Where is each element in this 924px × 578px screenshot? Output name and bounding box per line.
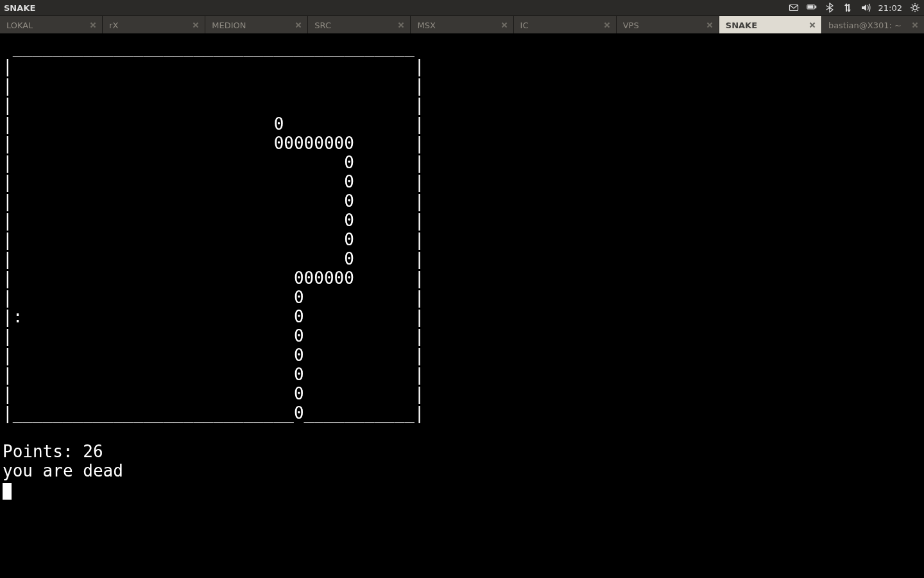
bluetooth-icon[interactable] (825, 3, 835, 13)
tab-label: LOKAL (6, 21, 33, 30)
tab-label: MSX (417, 21, 435, 30)
cursor (3, 483, 12, 500)
terminal-line: | 0 | (3, 288, 921, 307)
close-icon[interactable] (603, 21, 611, 29)
terminal-line: | 0 | (3, 114, 921, 134)
terminal-line: | 0 | (3, 249, 921, 268)
tab-label: VPS (623, 21, 639, 30)
close-icon[interactable] (192, 21, 200, 29)
terminal-line: | 0 | (3, 384, 921, 403)
terminal-tab-strip: LOKALrXMEDIONSRCMSXICVPSSNAKEbastian@X30… (0, 15, 924, 35)
terminal-tab[interactable]: MEDION (205, 16, 308, 34)
tab-label: rX (109, 21, 118, 30)
tab-label: MEDION (212, 21, 246, 30)
terminal-line: ________________________________________ (3, 37, 921, 57)
close-icon[interactable] (911, 21, 919, 29)
terminal-line: you are dead (3, 461, 921, 480)
terminal-line: | | (3, 57, 921, 76)
tab-label: SRC (314, 21, 331, 30)
terminal-line: | 00000000 | (3, 134, 921, 153)
terminal-line: |____________________________0__________… (3, 403, 921, 423)
cursor-row (3, 480, 921, 500)
terminal-line: | 000000 | (3, 268, 921, 288)
terminal-line: |: 0 | (3, 307, 921, 326)
terminal-tab[interactable]: LOKAL (0, 16, 103, 34)
svg-rect-3 (808, 6, 813, 8)
network-icon[interactable] (843, 3, 853, 13)
gear-icon[interactable] (910, 3, 920, 13)
terminal-tab[interactable]: SRC (308, 16, 411, 34)
close-icon[interactable] (809, 21, 816, 29)
terminal-line: | 0 | (3, 172, 921, 191)
sound-icon[interactable] (860, 3, 871, 13)
tab-label: bastian@X301: ~ (828, 21, 902, 30)
close-icon[interactable] (89, 21, 97, 29)
svg-point-4 (913, 6, 917, 10)
terminal-line: | | (3, 95, 921, 114)
terminal-line: | 0 | (3, 211, 921, 230)
mail-icon[interactable] (789, 3, 799, 13)
terminal-line: | 0 | (3, 153, 921, 172)
terminal-line: | 0 | (3, 365, 921, 384)
terminal-tab[interactable]: SNAKE (719, 16, 822, 34)
terminal-line: | 0 | (3, 191, 921, 211)
terminal-line: | 0 | (3, 230, 921, 249)
terminal-line: | 0 | (3, 346, 921, 365)
terminal-line (3, 423, 921, 442)
close-icon[interactable] (397, 21, 405, 29)
tab-label: IC (520, 21, 529, 30)
terminal-tab[interactable]: MSX (411, 16, 513, 34)
terminal-line: | 0 | (3, 326, 921, 346)
terminal-tab[interactable]: rX (103, 16, 205, 34)
terminal-tab[interactable]: bastian@X301: ~ (822, 16, 924, 34)
top-panel: SNAKE (0, 0, 924, 15)
app-title: SNAKE (4, 3, 35, 13)
close-icon[interactable] (295, 21, 302, 29)
terminal-line: Points: 26 (3, 442, 921, 461)
tab-label: SNAKE (726, 21, 757, 30)
terminal-tab[interactable]: VPS (617, 16, 719, 34)
clock[interactable]: 21:02 (878, 3, 902, 13)
close-icon[interactable] (501, 21, 508, 29)
close-icon[interactable] (706, 21, 714, 29)
terminal-tab[interactable]: IC (514, 16, 617, 34)
battery-icon[interactable] (807, 3, 817, 13)
terminal-line: | | (3, 76, 921, 95)
svg-rect-2 (815, 6, 816, 8)
terminal-output[interactable]: ________________________________________… (0, 33, 924, 578)
